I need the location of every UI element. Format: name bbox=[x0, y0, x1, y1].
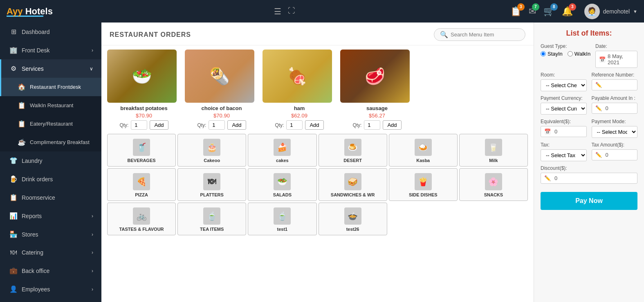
search-box[interactable]: 🔍 bbox=[434, 28, 525, 41]
food-price-breakfast-potatoes: $70.90 bbox=[107, 113, 181, 119]
avatar: 🧑‍💼 bbox=[584, 4, 600, 19]
restaurant-header: RESTAURANT ORDERS 🔍 bbox=[101, 23, 534, 45]
tax-label: Tax: bbox=[541, 142, 587, 148]
category-img-test1: 🍵 bbox=[274, 207, 291, 225]
search-input[interactable] bbox=[451, 32, 519, 38]
pay-now-button[interactable]: Pay Now bbox=[541, 192, 637, 210]
radio-walkin[interactable] bbox=[568, 51, 573, 56]
form-row-tax-taxamount: Tax: -- Select Tax -- Tax Amount($): ✏️ … bbox=[541, 142, 637, 161]
edit-icon-tax: ✏️ bbox=[595, 152, 602, 158]
date-value: 8 May, 2021 bbox=[608, 53, 634, 65]
add-btn-3[interactable]: Add bbox=[383, 120, 401, 130]
category-platters[interactable]: 🍽 PLATTERS bbox=[177, 168, 246, 201]
sidebar-submenu-services: 🏠 Restaurant Frontdesk 📋 WalkIn Restaura… bbox=[0, 78, 101, 151]
food-card-choice-of-bacon: 🌯 choice of bacon $70.90 Qty: Add bbox=[185, 50, 258, 130]
date-input[interactable]: 📅 8 May, 2021 bbox=[595, 51, 637, 68]
frontdesk-icon: 🏢 bbox=[9, 46, 18, 54]
sidebar-item-dashboard[interactable]: ⊞ Dashboard bbox=[0, 23, 101, 41]
sidebar-item-employees[interactable]: 👤 Employees › bbox=[0, 280, 101, 298]
food-name-sausage: sausage bbox=[340, 105, 414, 111]
add-btn-2[interactable]: Add bbox=[305, 120, 323, 130]
add-btn-0[interactable]: Add bbox=[150, 120, 168, 130]
category-cakeoo[interactable]: 🎂 Cakeoo bbox=[177, 134, 246, 167]
stores-icon: 🏪 bbox=[9, 230, 18, 238]
category-test26[interactable]: 🍲 test26 bbox=[319, 203, 387, 235]
ref-input[interactable]: ✏️ bbox=[592, 79, 638, 90]
qty-input-2[interactable] bbox=[286, 120, 303, 130]
category-milk[interactable]: 🥛 Milk bbox=[459, 134, 528, 167]
category-img-cakeoo: 🎂 bbox=[203, 139, 220, 156]
payable-label: Payable Amount In : bbox=[592, 95, 638, 101]
mail-icon-wrap[interactable]: ✉ 7 bbox=[529, 6, 536, 17]
category-kasba[interactable]: 🍛 Kasba bbox=[389, 134, 458, 167]
category-test1[interactable]: 🍵 test1 bbox=[248, 203, 316, 235]
sidebar-item-laundry[interactable]: 👕 Laundry bbox=[0, 151, 101, 170]
category-tea-items[interactable]: 🍵 TEA ITEMS bbox=[177, 203, 246, 235]
user-area[interactable]: 🧑‍💼 demohotel ▼ bbox=[584, 4, 637, 19]
currency-select[interactable]: -- Select Currency -- bbox=[541, 103, 587, 115]
food-price-sausage: $56.27 bbox=[340, 113, 414, 119]
category-sandwiches[interactable]: 🥪 SANDWICHES & WR bbox=[319, 168, 387, 201]
sidebar-item-payroll[interactable]: 💳 PayRoll › bbox=[0, 298, 101, 302]
room-label: Room: bbox=[541, 72, 587, 78]
category-snacks[interactable]: 🌸 SNACKS bbox=[459, 168, 528, 201]
category-img-kasba: 🍛 bbox=[415, 139, 432, 156]
date-group: Date: 📅 8 May, 2021 bbox=[595, 43, 637, 68]
main-panel: RESTAURANT ORDERS 🔍 🥗 breakfast potatoes… bbox=[101, 23, 534, 302]
radio-stayin[interactable] bbox=[541, 51, 546, 56]
category-side-dishes[interactable]: 🍟 SIDE DISHES bbox=[389, 168, 458, 201]
equivalent-input[interactable]: 📅 0 bbox=[541, 126, 587, 137]
fullscreen-button[interactable]: ⛶ bbox=[288, 7, 295, 16]
sidebar-item-eatery[interactable]: 📋 Eatery/Restaurant bbox=[0, 115, 101, 133]
discount-input[interactable]: ✏️ 0 bbox=[541, 173, 637, 184]
category-img-tastes-flavour: 🚲 bbox=[133, 207, 150, 225]
room-select[interactable]: -- Select Check-In Room N bbox=[541, 79, 587, 91]
payable-input[interactable]: ✏️ 0 bbox=[592, 103, 638, 114]
cart-icon-wrap[interactable]: 🛒 8 bbox=[543, 6, 554, 17]
cart-badge: 8 bbox=[550, 3, 558, 11]
tax-select[interactable]: -- Select Tax -- bbox=[541, 149, 587, 161]
clipboard-badge: 3 bbox=[517, 3, 525, 11]
category-cakes[interactable]: 🍰 cakes bbox=[248, 134, 316, 167]
reports-arrow: › bbox=[92, 213, 93, 219]
clipboard-icon-wrap[interactable]: 📋 3 bbox=[510, 6, 521, 17]
category-desert[interactable]: 🍮 DESERT bbox=[319, 134, 387, 167]
sidebar-item-comp-breakfast[interactable]: ☕ Complimentary Breakfast bbox=[0, 133, 101, 151]
food-card-breakfast-potatoes: 🥗 breakfast potatoes $70.90 Qty: Add bbox=[107, 50, 181, 130]
tax-group: Tax: -- Select Tax -- bbox=[541, 142, 587, 161]
sidebar-item-backoffice[interactable]: 💼 Back office › bbox=[0, 261, 101, 280]
hamburger-button[interactable]: ☰ bbox=[274, 7, 281, 16]
radio-walkin-label[interactable]: WalkIn bbox=[568, 51, 590, 57]
category-tastes-flavour[interactable]: 🚲 TASTES & FLAVOUR bbox=[107, 203, 176, 235]
food-img-breakfast-potatoes: 🥗 bbox=[107, 50, 177, 103]
food-card-sausage: 🥩 sausage $56.27 Qty: Add bbox=[340, 50, 414, 130]
tax-amount-input[interactable]: ✏️ 0 bbox=[592, 149, 638, 160]
qty-input-0[interactable] bbox=[131, 120, 147, 130]
payment-mode-select[interactable]: -- Select Mode -- bbox=[592, 126, 638, 138]
sidebar: ⊞ Dashboard 🏢 Front Desk › ⚙ Services ∨ … bbox=[0, 23, 101, 302]
category-salads[interactable]: 🥗 SALADS bbox=[248, 168, 316, 201]
sidebar-item-drink-orders[interactable]: 🍺 Drink orders bbox=[0, 170, 101, 188]
qty-input-3[interactable] bbox=[364, 120, 380, 130]
bell-badge: 3 bbox=[569, 3, 576, 11]
qty-input-1[interactable] bbox=[209, 120, 225, 130]
sidebar-item-services[interactable]: ⚙ Services ∨ bbox=[0, 59, 101, 78]
sidebar-item-restaurant-frontdesk[interactable]: 🏠 Restaurant Frontdesk bbox=[0, 78, 101, 96]
add-btn-1[interactable]: Add bbox=[227, 120, 246, 130]
sidebar-item-roomservice[interactable]: 📋 Roomservice bbox=[0, 188, 101, 207]
guest-type-group: Guest Type: StayIn WalkIn bbox=[541, 43, 590, 68]
radio-stayin-label[interactable]: StayIn bbox=[541, 51, 563, 57]
calendar-icon: 📅 bbox=[599, 56, 606, 63]
food-price-choice-of-bacon: $70.90 bbox=[185, 113, 258, 119]
category-beverages[interactable]: 🥤 BEVERAGES bbox=[107, 134, 176, 167]
bell-icon-wrap[interactable]: 🔔 3 bbox=[562, 6, 573, 17]
sidebar-item-frontdesk[interactable]: 🏢 Front Desk › bbox=[0, 41, 101, 59]
sidebar-item-reports[interactable]: 📊 Reports › bbox=[0, 207, 101, 225]
category-img-platters: 🍽 bbox=[203, 173, 220, 190]
category-pizza[interactable]: 🍕 PIZZA bbox=[107, 168, 176, 201]
sidebar-item-walkin-restaurant[interactable]: 📋 WalkIn Restaurant bbox=[0, 96, 101, 115]
sidebar-item-stores[interactable]: 🏪 Stores › bbox=[0, 225, 101, 243]
user-dropdown-icon: ▼ bbox=[633, 9, 637, 14]
date-label: Date: bbox=[595, 43, 637, 49]
sidebar-item-catering[interactable]: 🍽 Catering › bbox=[0, 243, 101, 261]
